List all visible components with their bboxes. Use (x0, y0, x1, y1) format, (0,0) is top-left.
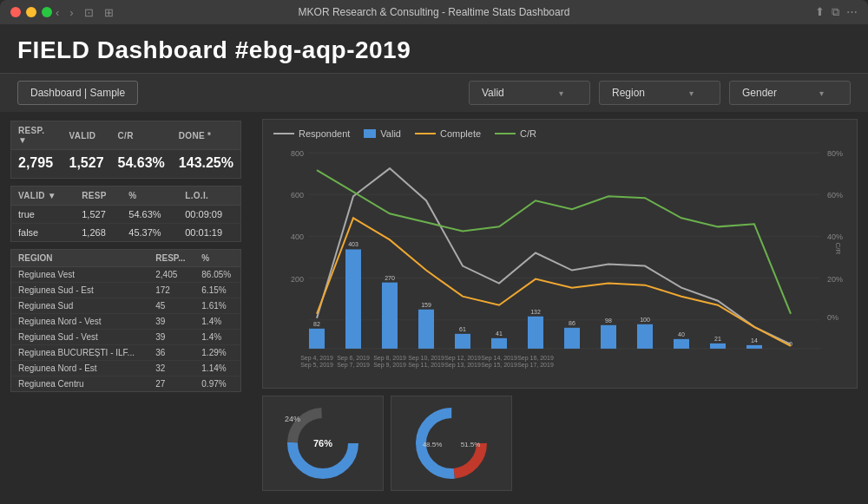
table-row: Regiunea Sud - Vest 39 1.4% (11, 330, 240, 345)
maximize-button[interactable] (42, 7, 52, 17)
bar-10 (674, 339, 689, 349)
bar-2 (382, 283, 398, 349)
pct-region-cell: 1.4% (194, 330, 240, 345)
region-dropdown-arrow: ▾ (689, 88, 694, 98)
summary-stats-container: RESP. ▼ VALID C/R DONE * 2,795 1,527 54.… (10, 121, 241, 179)
main-chart-svg: 800 600 400 200 80% 60% 40% 20% 0% (273, 144, 846, 370)
table-row: Regiunea BUCUREȘTI - ILF... 36 1.29% (11, 345, 240, 361)
valid-breakdown-container: VALID ▼ RESP % L.O.I. true 1,527 54.63% … (10, 186, 241, 242)
close-button[interactable] (10, 7, 21, 17)
svg-text:60%: 60% (827, 191, 843, 200)
pct-region-cell: 86.05% (194, 267, 240, 283)
svg-text:Sep 16, 2019: Sep 16, 2019 (517, 355, 554, 362)
respondent-legend-line (273, 133, 294, 134)
new-tab-button[interactable]: ⊞ (101, 6, 117, 19)
cr-header: C/R (111, 121, 172, 150)
bar-5 (491, 338, 507, 349)
bar-8 (601, 325, 616, 349)
resp-region-cell: 172 (148, 283, 194, 298)
donut-chart-1: 76% 24% (262, 396, 384, 491)
main-content: RESP. ▼ VALID C/R DONE * 2,795 1,527 54.… (0, 112, 868, 498)
resp-header: RESP. ▼ (11, 121, 62, 150)
complete-legend-label: Complete (440, 128, 481, 139)
bar-4 (455, 334, 470, 349)
svg-text:C/R: C/R (834, 243, 842, 255)
region-filter[interactable]: Region ▾ (599, 81, 720, 105)
svg-text:159: 159 (421, 302, 431, 308)
svg-text:Sep 13, 2019: Sep 13, 2019 (444, 362, 481, 369)
region-cell: Regiunea Nord - Vest (11, 314, 148, 330)
valid-cell: false (11, 224, 76, 242)
chart-area: Respondent Valid Complete C/R (252, 112, 868, 498)
svg-text:Sep 14, 2019: Sep 14, 2019 (481, 355, 517, 362)
resp-cell: 1,527 (75, 206, 122, 224)
loi-col-header: L.O.I. (178, 187, 240, 206)
dashboard-sample-filter[interactable]: Dashboard | Sample (17, 81, 138, 105)
svg-text:82: 82 (313, 321, 320, 327)
back-button[interactable]: ‹ (52, 6, 62, 19)
donut-svg-1: 76% 24% (266, 400, 379, 487)
respondent-legend-label: Respondent (299, 128, 350, 139)
more-icon[interactable]: ⋯ (846, 5, 858, 19)
svg-text:Sep 7, 2019: Sep 7, 2019 (337, 362, 370, 369)
resp-region-cell: 32 (148, 361, 194, 376)
donut-chart-2: 48.5% 51.5% (391, 396, 512, 491)
region-cell: Regiunea Vest (11, 267, 148, 283)
left-panel: RESP. ▼ VALID C/R DONE * 2,795 1,527 54.… (0, 112, 252, 498)
region-table: REGION RESP... % Regiunea Vest 2,405 86.… (11, 250, 240, 391)
window-title: MKOR Research & Consulting - Realtime St… (299, 6, 570, 18)
table-row: Regiunea Nord - Vest 39 1.4% (11, 314, 240, 330)
done-value: 143.25% (172, 150, 241, 179)
svg-text:40: 40 (678, 331, 685, 337)
resp-region-cell: 45 (148, 298, 194, 314)
valid-cell: true (11, 206, 76, 224)
svg-text:270: 270 (385, 275, 395, 281)
svg-text:48.5%: 48.5% (423, 441, 443, 448)
table-row: Regiunea Nord - Est 32 1.14% (11, 361, 240, 376)
share-icon[interactable]: ⬆ (815, 5, 825, 19)
svg-text:76%: 76% (313, 438, 332, 448)
valid-legend: Valid (364, 128, 401, 139)
done-header: DONE * (172, 121, 241, 150)
gender-filter[interactable]: Gender ▾ (729, 81, 851, 105)
region-table-container: REGION RESP... % Regiunea Vest 2,405 86.… (10, 249, 241, 392)
bar-9 (637, 324, 653, 349)
forward-button[interactable]: › (66, 6, 76, 19)
resp-region-cell: 39 (148, 314, 194, 330)
duplicate-icon[interactable]: ⧉ (832, 5, 839, 19)
svg-text:403: 403 (348, 241, 358, 247)
dashboard-header: FIELD Dashboard #ebg-aqp-2019 (0, 24, 868, 73)
svg-text:86: 86 (569, 320, 575, 326)
valid-legend-label: Valid (380, 128, 401, 139)
resp-region-cell: 36 (148, 345, 194, 361)
resp-value: 2,795 (11, 150, 62, 179)
region-cell: Regiunea BUCUREȘTI - ILF... (11, 345, 148, 361)
summary-stats-table: RESP. ▼ VALID C/R DONE * 2,795 1,527 54.… (10, 121, 241, 179)
svg-text:40%: 40% (827, 232, 843, 241)
table-row: Regiunea Sud 45 1.61% (11, 298, 240, 314)
table-row: Regiunea Centru 27 0.97% (11, 376, 240, 392)
table-row: Regiunea Vest 2,405 86.05% (11, 267, 240, 283)
svg-text:20%: 20% (827, 275, 843, 284)
minimize-button[interactable] (26, 7, 36, 17)
gender-filter-label: Gender (742, 87, 777, 99)
valid-filter[interactable]: Valid ▾ (469, 81, 590, 105)
svg-text:Sep 6, 2019: Sep 6, 2019 (337, 355, 370, 362)
svg-text:Sep 11, 2019: Sep 11, 2019 (408, 362, 444, 369)
svg-text:24%: 24% (285, 415, 300, 423)
svg-text:100: 100 (640, 317, 650, 323)
resp-region-cell: 27 (148, 376, 194, 392)
pct-region-cell: 6.15% (194, 283, 240, 298)
region-col-header: REGION (11, 250, 148, 267)
region-cell: Regiunea Sud (11, 298, 148, 314)
table-row: true 1,527 54.63% 00:09:09 (11, 206, 241, 224)
bar-12 (746, 345, 762, 349)
resp-col-header: RESP (75, 187, 122, 206)
pct-region-cell: 1.14% (194, 361, 240, 376)
valid-legend-bar (364, 129, 376, 138)
region-filter-label: Region (612, 87, 645, 99)
svg-text:51.5%: 51.5% (461, 441, 481, 448)
gender-dropdown-arrow: ▾ (819, 88, 824, 98)
window-resize-button[interactable]: ⊡ (81, 6, 97, 19)
cr-value: 54.63% (111, 150, 172, 179)
